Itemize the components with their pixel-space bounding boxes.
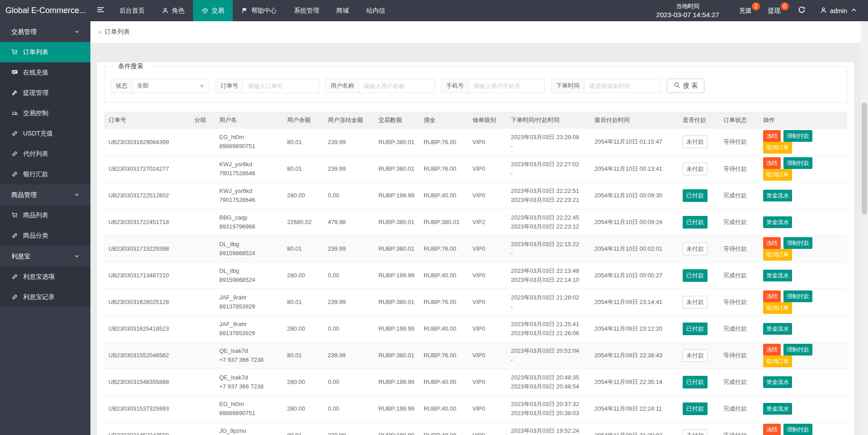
column-header: 做单级别 [468,112,506,129]
sidebar-item-label: 银行汇款 [23,170,48,178]
sidebar-section-title[interactable]: 交易管理 [0,21,90,42]
search-field-input[interactable] [359,79,435,93]
order-time: 2023年03月03日 19:52:24 [511,426,585,435]
action-button-primary[interactable]: 资金流水 [763,323,792,335]
sidebar-item[interactable]: 商品分类 [0,225,90,246]
action-button-danger[interactable]: 冻结 [763,344,781,355]
order-id-cell: UB2303031537325993 [104,395,190,422]
user-cell: EG_ht0m89889890751 [215,395,283,422]
action-button-warning[interactable]: 取消订单 [763,169,792,181]
actions-cell: 资金流水 [759,262,847,289]
sidebar-item[interactable]: 订单列表 [0,42,90,62]
topnav-item[interactable]: 商城 [328,0,358,21]
select-caret-icon [200,85,204,88]
order-time-cell: 2023年03月03日 20:52:04- [506,342,590,369]
search-field-input[interactable] [469,79,545,93]
action-button-primary[interactable]: 强制付款 [783,424,812,435]
action-button-danger[interactable]: 冻结 [763,290,781,302]
topnav-item[interactable]: 角色 [153,0,193,21]
sidebar-item[interactable]: 在线充值 [0,62,90,83]
pay-time: - [511,302,585,311]
refresh-button[interactable] [791,0,813,21]
level-cell: VIP0 [468,289,506,315]
page-scrollbar[interactable] [861,21,868,435]
topnav-item[interactable]: 帮助中心 [233,0,285,21]
order-time-cell: 2023年03月03日 20:37:322023年03月03日 20:38:03 [506,395,590,422]
collapse-sidebar-button[interactable] [90,0,111,21]
topnav-item[interactable]: 后台首页 [111,0,153,21]
commission-cell: RUBP:40.00 [419,262,468,289]
withdraw-button[interactable]: 提现 0 [762,0,791,21]
topnav-item-label: 系统管理 [294,7,319,15]
sidebar-item[interactable]: 利息宝选项 [0,267,90,287]
action-button-primary[interactable]: 资金流水 [763,376,792,388]
sidebar-item[interactable]: 代付列表 [0,144,90,164]
pay-time: - [511,169,585,178]
action-button-warning[interactable]: 取消订单 [763,142,792,154]
link-icon [11,130,18,137]
action-button-primary[interactable]: 资金流水 [763,216,792,228]
sidebar-item-label: 提现管理 [23,89,48,97]
sidebar-item[interactable]: 利息宝记录 [0,287,90,307]
topnav-item[interactable]: 系统管理 [285,0,328,21]
user-cell: KWJ_ysr6kd79017528646 [215,155,283,182]
action-button-primary[interactable]: 强制付款 [783,130,812,142]
action-button-danger[interactable]: 冻结 [763,157,781,169]
frozen-cell: 239.99 [323,422,374,435]
amount-cell: RUBP:199.99 [374,182,419,209]
action-button-warning[interactable]: 取消订单 [763,302,792,314]
group-cell [190,262,215,289]
topnav-item[interactable]: 交易 [193,0,233,21]
recharge-button[interactable]: 充值 2 [733,0,762,21]
pay-state-badge: 未付款 [683,163,708,175]
topnav-menu: 后台首页角色交易帮助中心系统管理商城站内信 [111,0,394,21]
action-button-primary[interactable]: 强制付款 [783,290,812,302]
actions-cell: 资金流水 [759,315,847,342]
action-button-danger[interactable]: 冻结 [763,424,781,435]
sidebar-item[interactable]: 商品列表 [0,205,90,225]
search-button[interactable]: 搜 索 [667,79,704,93]
order-row: UB2303031537325993EG_ht0m89889890751280.… [104,395,847,422]
scrollbar-thumb[interactable] [862,103,867,215]
sidebar-item-label: 订单列表 [23,48,48,56]
search-field-label: 用户名称 [326,79,359,93]
sidebar-item-label: 利息宝选项 [23,273,55,281]
action-button-danger[interactable]: 冻结 [763,237,781,249]
link-icon [11,171,18,178]
pay-time: 2023年03月03日 20:38:03 [511,409,585,418]
table-body: UB2303031829084399EG_ht0m8988989075180.0… [104,129,847,435]
action-button-primary[interactable]: 资金流水 [763,270,792,281]
action-button-primary[interactable]: 资金流水 [763,190,792,201]
sidebar-item[interactable]: 提现管理 [0,83,90,103]
action-button-primary[interactable]: 资金流水 [763,403,792,415]
action-button-primary[interactable]: 强制付款 [783,344,812,355]
user-phone: +7 937 366 7238 [219,382,278,391]
status-select[interactable]: 全部 [132,79,209,93]
group-cell [190,155,215,182]
action-button-primary[interactable]: 强制付款 [783,237,812,249]
order-status-cell: 等待付款 [719,155,759,182]
action-button-danger[interactable]: 冻结 [763,130,781,142]
sidebar-item[interactable]: 交易控制 [0,103,90,123]
pay-state-badge: 已付款 [683,216,708,229]
withdraw-label: 提现 [768,7,781,15]
user-phone: 89137853929 [219,302,278,311]
order-status-cell: 完成付款 [719,182,759,209]
column-header: 分组 [190,112,215,129]
sidebar-section-title[interactable]: 利息宝 [0,246,90,267]
order-row: UB2303031722512602KWJ_ysr6kd790175286462… [104,182,847,209]
action-button-primary[interactable]: 强制付款 [783,157,812,169]
search-field-input[interactable] [585,79,660,93]
sidebar-section-title[interactable]: 商品管理 [0,184,90,205]
action-button-warning[interactable]: 取消订单 [763,355,792,367]
topnav-item[interactable]: 站内信 [358,0,394,21]
level-cell: VIP0 [468,129,506,155]
search-field-input[interactable] [243,79,319,93]
sidebar-item[interactable]: USDT充值 [0,123,90,144]
order-id-cell: UB2303031713487210 [104,262,190,289]
pay-time: - [511,142,585,151]
level-cell: VIP0 [468,235,506,262]
admin-menu[interactable]: admin [813,0,868,21]
action-button-warning[interactable]: 取消订单 [763,249,792,261]
sidebar-item[interactable]: 银行汇款 [0,164,90,184]
